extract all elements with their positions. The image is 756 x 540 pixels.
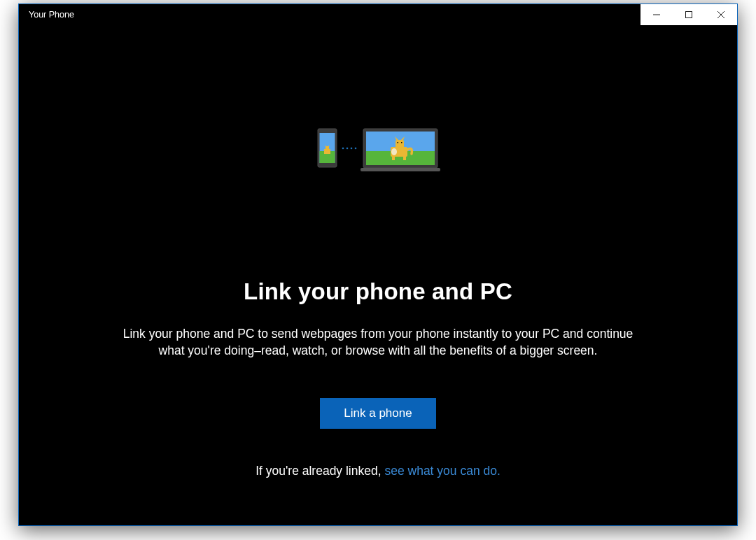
svg-point-13 bbox=[351, 148, 353, 150]
link-phone-button[interactable]: Link a phone bbox=[320, 398, 435, 429]
maximize-button[interactable] bbox=[673, 4, 705, 25]
app-window: Your Phone bbox=[18, 3, 738, 526]
svg-rect-26 bbox=[392, 157, 395, 160]
footer-text: If you're already linked, see what you c… bbox=[255, 464, 500, 478]
svg-point-11 bbox=[342, 148, 344, 150]
svg-rect-23 bbox=[398, 142, 399, 143]
footer-prefix: If you're already linked, bbox=[255, 464, 384, 478]
minimize-icon bbox=[653, 11, 660, 18]
svg-rect-1 bbox=[686, 12, 692, 18]
svg-rect-8 bbox=[326, 146, 329, 150]
svg-rect-27 bbox=[403, 157, 406, 160]
maximize-icon bbox=[685, 11, 692, 18]
svg-point-25 bbox=[391, 148, 397, 155]
svg-rect-20 bbox=[396, 140, 404, 148]
svg-rect-24 bbox=[401, 142, 402, 143]
svg-point-14 bbox=[355, 148, 357, 150]
page-heading: Link your phone and PC bbox=[244, 278, 512, 305]
see-what-you-can-do-link[interactable]: see what you can do. bbox=[384, 464, 500, 478]
window-title: Your Phone bbox=[19, 4, 640, 25]
svg-rect-18 bbox=[360, 168, 440, 171]
page-subtext: Link your phone and PC to send webpages … bbox=[119, 326, 637, 359]
close-button[interactable] bbox=[705, 4, 737, 25]
close-icon bbox=[718, 11, 724, 18]
svg-point-12 bbox=[346, 148, 349, 150]
svg-rect-7 bbox=[324, 149, 330, 154]
phone-laptop-illustration bbox=[315, 126, 441, 178]
title-bar: Your Phone bbox=[19, 4, 737, 25]
content-area: Link your phone and PC Link your phone a… bbox=[19, 25, 737, 525]
caption-buttons bbox=[640, 4, 737, 25]
phone-laptop-cat-illustration-icon bbox=[315, 126, 441, 175]
minimize-button[interactable] bbox=[640, 4, 673, 25]
